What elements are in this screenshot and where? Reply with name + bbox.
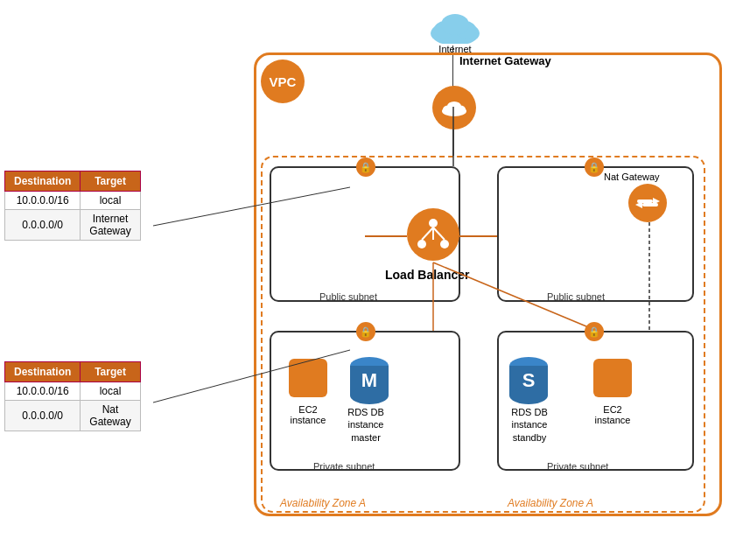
priv-col-target: Target [81,362,140,382]
svg-text:S: S [522,369,536,391]
lb-svg [417,218,450,251]
rds-standby-icon: S [508,357,550,404]
rds-standby-label: RDS DB instancestandby [494,406,564,444]
right-public-subnet [497,166,694,302]
svg-point-14 [440,240,449,248]
ec2-right-label: EC2 instance [586,404,639,425]
diagram-area: Internet Internet Gateway VPC Availabili… [236,9,735,542]
lock-left-priv: 🔒 [356,322,375,341]
line-igw-into-vpc [452,130,453,156]
rds-master-icon: M [348,357,390,404]
page-container: Destination Target 10.0.0.0/16 local 0.0… [0,0,750,560]
ec2-right-icon [593,359,632,397]
right-private-subnet-label: Private subnet [547,461,608,472]
right-public-subnet-label: Public subnet [547,291,605,302]
left-private-subnet-label: Private subnet [313,461,375,472]
vpc-label: VPC [261,60,305,103]
rds-master-label: RDS DB instancemaster [331,406,401,444]
rds-standby-svg: S [508,357,550,404]
private-route-table: Destination Target 10.0.0.0/16 local 0.0… [4,361,141,431]
public-route-table-wrapper: Destination Target 10.0.0.0/16 local 0.0… [4,171,65,186]
load-balancer-icon [407,208,459,261]
svg-point-3 [441,14,469,35]
az-label-left: Availability Zone A [280,497,366,509]
svg-text:M: M [361,369,377,391]
private-route-table-wrapper: Destination Target 10.0.0.0/16 local 0.0… [4,361,68,377]
priv-row2-dest: 0.0.0.0/0 [5,401,81,431]
pub-row2-target: Internet Gateway [81,210,140,241]
public-route-table: Destination Target 10.0.0.0/16 local 0.0… [4,171,141,241]
internet-icon: Internet [424,9,486,54]
pub-row1-target: local [81,192,140,210]
pub-row1-dest: 10.0.0.0/16 [5,192,81,210]
pub-col-dest: Destination [5,172,81,192]
az-label-right: Availability Zone A [508,497,593,509]
nat-label: Nat Gateway [604,172,660,182]
svg-point-12 [429,219,438,228]
pub-row2-dest: 0.0.0.0/0 [5,210,81,241]
left-public-subnet-label: Public subnet [319,291,377,302]
lb-label: Load Balancer [385,268,469,282]
svg-line-16 [433,228,445,240]
ec2-left-label: EC2 instance [282,404,334,425]
nat-arrows-svg [635,191,660,215]
rds-master-svg: M [348,357,390,404]
svg-point-13 [417,240,426,248]
priv-col-dest: Destination [5,362,81,382]
priv-row1-dest: 10.0.0.0/16 [5,382,81,401]
priv-row1-target: local [81,382,140,401]
svg-rect-10 [642,203,658,206]
nat-gateway-icon [628,184,667,222]
svg-rect-8 [637,200,653,203]
lock-left-pub: 🔒 [356,158,375,177]
ec2-left-icon [289,359,327,397]
svg-line-15 [422,228,433,240]
priv-row2-target: Nat Gateway [81,401,140,431]
lock-right-priv: 🔒 [585,322,604,341]
pub-col-target: Target [81,172,140,192]
cloud-svg [429,9,481,44]
lock-right-pub: 🔒 [585,158,604,177]
